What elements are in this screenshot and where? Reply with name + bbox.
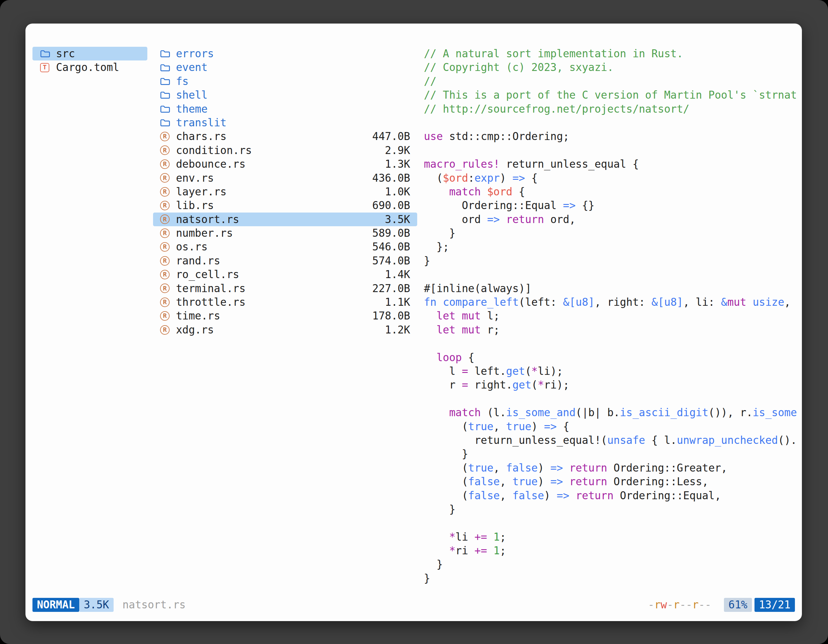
file-size: 3.5K (385, 213, 410, 226)
rust-file-icon: R (160, 132, 173, 141)
rust-file-icon: R (160, 325, 173, 335)
current-directory-pane: errorseventfsshellthemetranslitRchars.rs… (153, 47, 417, 337)
file-row[interactable]: errors (153, 47, 417, 60)
file-name: lib.rs (176, 199, 214, 212)
file-size: 178.0B (372, 309, 410, 323)
file-row[interactable]: Renv.rs436.0B (153, 171, 417, 185)
code-line: // Copyright (c) 2023, sxyazi. (424, 60, 801, 74)
file-name: os.rs (176, 240, 207, 254)
file-row[interactable]: Rterminal.rs227.0B (153, 282, 417, 295)
file-row[interactable]: Rnumber.rs589.0B (153, 226, 417, 240)
code-line: } (424, 572, 801, 585)
file-row[interactable]: shell (153, 88, 417, 102)
code-line: // http://sourcefrog.net/projects/natsor… (424, 102, 801, 116)
code-line: #[inline(always)] (424, 282, 801, 295)
code-line: } (424, 254, 801, 268)
code-line (424, 268, 801, 281)
file-name: chars.rs (176, 130, 227, 143)
folder-icon (160, 105, 173, 113)
file-size: 546.0B (372, 240, 410, 254)
code-line: let mut l; (424, 309, 801, 323)
rust-file-icon: R (160, 215, 173, 224)
file-row[interactable]: Rcondition.rs2.9K (153, 144, 417, 157)
file-row[interactable]: Rlib.rs690.0B (153, 199, 417, 212)
rust-file-icon: R (160, 256, 173, 266)
rust-file-icon: R (160, 201, 173, 210)
code-line: // (424, 74, 801, 88)
file-name: src (56, 47, 75, 60)
rust-file-icon: R (160, 173, 173, 183)
file-row[interactable]: fs (153, 74, 417, 88)
file-row[interactable]: Rro_cell.rs1.4K (153, 268, 417, 281)
file-row[interactable]: event (153, 60, 417, 74)
file-size: 1.3K (385, 157, 410, 171)
file-preview-pane[interactable]: // A natural sort implementation in Rust… (424, 47, 801, 588)
rust-file-icon: R (160, 311, 173, 321)
file-name: env.rs (176, 171, 214, 185)
folder-icon (40, 49, 53, 58)
file-size: 690.0B (372, 199, 410, 212)
file-row[interactable]: Rdebounce.rs1.3K (153, 157, 417, 171)
code-line: return_unless_equal!(unsafe { l.unwrap_u… (424, 433, 801, 447)
file-row[interactable]: translit (153, 116, 417, 130)
permissions-text: -rw-r--r-- (648, 597, 711, 612)
code-line: use std::cmp::Ordering; (424, 130, 801, 143)
file-name: natsort.rs (176, 213, 239, 226)
file-size: 2.9K (385, 144, 410, 157)
rust-file-icon: R (160, 284, 173, 293)
rust-file-icon: R (160, 242, 173, 252)
code-line (424, 116, 801, 130)
file-row[interactable]: Rlayer.rs1.0K (153, 185, 417, 199)
yazi-file-manager-window: srcTCargo.toml errorseventfsshellthemetr… (25, 24, 802, 621)
file-row[interactable]: Rxdg.rs1.2K (153, 323, 417, 337)
file-row[interactable]: Rtime.rs178.0B (153, 309, 417, 323)
file-row[interactable]: Rrand.rs574.0B (153, 254, 417, 268)
code-line: let mut r; (424, 323, 801, 337)
code-line: macro_rules! return_unless_equal { (424, 157, 801, 171)
file-name: theme (176, 102, 207, 116)
code-line: Ordering::Equal => {} (424, 199, 801, 212)
file-row[interactable]: Rchars.rs447.0B (153, 130, 417, 143)
file-size: 436.0B (372, 171, 410, 185)
code-line: (true, false) => return Ordering::Greate… (424, 461, 801, 475)
file-size: 574.0B (372, 254, 410, 268)
file-name: ro_cell.rs (176, 268, 239, 281)
code-line: (false, false) => return Ordering::Equal… (424, 489, 801, 502)
status-filename: natsort.rs (122, 597, 186, 612)
code-line: } (424, 226, 801, 240)
code-line: ($ord:expr) => { (424, 171, 801, 185)
file-name: rand.rs (176, 254, 220, 268)
status-bar: NORMAL 3.5K natsort.rs -rw-r--r-- 61% 13… (33, 597, 795, 612)
file-row[interactable]: Rthrottle.rs1.1K (153, 295, 417, 309)
file-name: time.rs (176, 309, 220, 323)
file-row[interactable]: TCargo.toml (33, 60, 147, 74)
file-row[interactable]: Rnatsort.rs3.5K (153, 213, 417, 226)
file-size: 447.0B (372, 130, 410, 143)
code-line: (true, true) => { (424, 420, 801, 433)
file-name: translit (176, 116, 227, 130)
file-row[interactable]: theme (153, 102, 417, 116)
file-size: 1.4K (385, 268, 410, 281)
rust-file-icon: R (160, 187, 173, 197)
code-line: ord => return ord, (424, 213, 801, 226)
file-row[interactable]: Ros.rs546.0B (153, 240, 417, 254)
code-line: // This is a port of the C version of Ma… (424, 88, 801, 102)
folder-icon (160, 49, 173, 58)
file-name: throttle.rs (176, 295, 246, 309)
file-row[interactable]: src (33, 47, 147, 60)
scroll-percent-badge: 61% (724, 598, 752, 612)
code-line (424, 144, 801, 157)
code-line: } (424, 502, 801, 516)
file-size: 1.1K (385, 295, 410, 309)
code-line: loop { (424, 351, 801, 364)
folder-icon (160, 63, 173, 72)
code-line: }; (424, 240, 801, 254)
code-line: r = right.get(*ri); (424, 378, 801, 392)
file-name: event (176, 60, 207, 74)
code-line (424, 392, 801, 406)
code-line: } (424, 447, 801, 461)
code-line: match $ord { (424, 185, 801, 199)
rust-file-icon: R (160, 298, 173, 307)
code-line: l = left.get(*li); (424, 364, 801, 378)
file-size-badge: 3.5K (79, 598, 113, 612)
